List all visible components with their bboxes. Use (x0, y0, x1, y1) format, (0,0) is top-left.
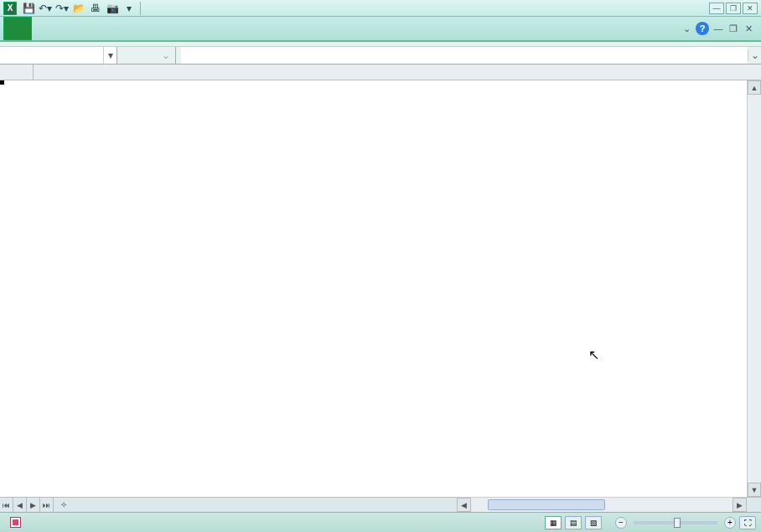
sheet-nav-last[interactable]: ⏭ (40, 498, 54, 512)
workbook-minimize-button[interactable]: — (712, 23, 724, 34)
workbook-close-button[interactable]: ✕ (743, 23, 754, 34)
qat-print-icon[interactable]: 🖶 (88, 1, 103, 16)
ribbon-minimize-caret-icon[interactable]: ⌄ (681, 23, 692, 34)
ribbon-bar: ⌄ ? — ❐ ✕ (0, 17, 761, 42)
qat-camera-icon[interactable]: 📷 (105, 1, 120, 16)
formula-dropdown-icon[interactable]: ⌄ (162, 49, 170, 61)
sheet-nav-next[interactable]: ▶ (27, 498, 40, 512)
qat-customize-icon[interactable]: ▾ (122, 1, 137, 16)
sheet-nav-first[interactable]: ⏮ (0, 498, 13, 512)
formula-input[interactable] (181, 47, 748, 64)
new-sheet-button[interactable]: ✧ (54, 500, 74, 509)
qat-undo-icon[interactable]: ↶▾ (38, 1, 53, 16)
select-all-corner[interactable] (0, 65, 34, 80)
formula-buttons: ⌄ (117, 47, 176, 64)
sheet-tabs-bar: ⏮ ◀ ▶ ⏭ ✧ ◀ ▶ (0, 497, 761, 512)
view-page-break-button[interactable]: ▧ (585, 516, 602, 529)
zoom-in-button[interactable]: + (724, 517, 736, 529)
hscroll-thumb[interactable] (488, 499, 605, 510)
vertical-scrollbar[interactable]: ▲ ▼ (747, 80, 761, 497)
column-headers (0, 65, 761, 80)
window-restore-button[interactable]: ❐ (726, 3, 741, 14)
app-icon: X (3, 2, 17, 15)
zoom-out-button[interactable]: − (615, 517, 627, 529)
qat-open-icon[interactable]: 📂 (71, 1, 86, 16)
name-box-dropdown-icon[interactable]: ▾ (103, 47, 116, 64)
scroll-left-button[interactable]: ◀ (457, 498, 471, 512)
zoom-slider-thumb[interactable] (674, 518, 681, 528)
qat-separator (140, 2, 141, 15)
zoom-fit-button[interactable]: ⛶ (739, 516, 756, 529)
grid-body[interactable]: ▲ ▼ (0, 80, 761, 497)
formula-bar-expand-icon[interactable]: ⌄ (748, 49, 761, 61)
sheet-nav-prev[interactable]: ◀ (13, 498, 27, 512)
view-page-layout-button[interactable]: ▤ (565, 516, 582, 529)
formula-bar: ▾ ⌄ ⌄ (0, 47, 761, 65)
view-normal-button[interactable]: ▦ (545, 516, 562, 529)
file-tab[interactable] (3, 17, 32, 40)
title-bar: X 💾 ↶▾ ↷▾ 📂 🖶 📷 ▾ — ❐ ✕ (0, 0, 761, 17)
scroll-up-button[interactable]: ▲ (748, 80, 761, 95)
qat-save-icon[interactable]: 💾 (21, 1, 36, 16)
status-bar: ▦ ▤ ▧ − + ⛶ (0, 512, 761, 532)
qat-redo-icon[interactable]: ↷▾ (54, 1, 70, 16)
help-icon[interactable]: ? (696, 22, 709, 35)
window-minimize-button[interactable]: — (709, 3, 724, 14)
grid-area: ▲ ▼ (0, 65, 761, 497)
workbook-restore-button[interactable]: ❐ (727, 23, 739, 34)
scroll-right-button[interactable]: ▶ (733, 498, 747, 512)
zoom-slider[interactable] (634, 521, 717, 524)
horizontal-scrollbar[interactable]: ◀ ▶ (457, 497, 747, 512)
scroll-down-button[interactable]: ▼ (748, 483, 761, 497)
window-close-button[interactable]: ✕ (743, 3, 758, 14)
hscroll-track[interactable] (471, 498, 733, 512)
name-box[interactable]: ▾ (0, 47, 117, 64)
macro-record-icon[interactable] (10, 517, 21, 528)
